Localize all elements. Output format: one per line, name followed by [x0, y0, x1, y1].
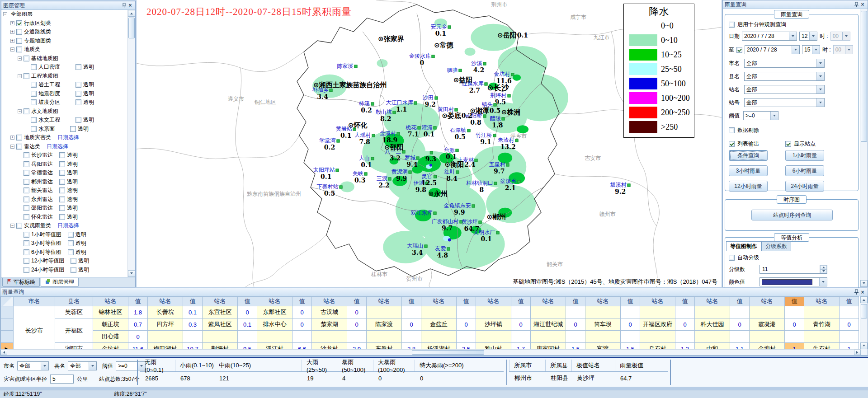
grid-header-county[interactable]: 县名 [55, 297, 93, 306]
layer-checkbox[interactable] [16, 135, 22, 140]
grid-cell-station[interactable] [750, 331, 785, 343]
hour-from-combo[interactable]: 12 [799, 32, 817, 41]
tree-item[interactable]: 人口密度透明 [1, 63, 135, 72]
grid-cell-station[interactable]: 锦林社区 [93, 306, 128, 318]
grid-cell-station[interactable] [804, 331, 840, 343]
grid-cell-station[interactable]: 长善垸 [148, 306, 183, 318]
tree-item[interactable]: 地震烈度透明 [1, 89, 135, 98]
grid-cell-station[interactable] [312, 331, 347, 343]
grid-header-value[interactable]: 值 [128, 297, 148, 306]
grid-cell-value[interactable] [730, 306, 750, 318]
collapse-icon[interactable]: − [18, 74, 22, 78]
transparent-checkbox[interactable] [59, 187, 65, 193]
close-icon[interactable]: × [859, 1, 866, 8]
combo-站号[interactable]: 全部 [744, 98, 825, 107]
grid-cell-value[interactable] [840, 331, 859, 343]
grid-cell-station[interactable] [421, 331, 457, 343]
tree-item[interactable]: −实况雨量类日期选择 [1, 221, 135, 230]
tree-item[interactable]: 坡度分区透明 [1, 98, 135, 107]
grid-cell-station[interactable]: 溪江村 [257, 343, 292, 350]
grid-cell-station[interactable]: 金塘村 [750, 343, 785, 350]
grid-corner[interactable] [1, 297, 14, 306]
layer-checkbox[interactable] [31, 91, 37, 97]
grid-header-value[interactable]: 值 [402, 297, 421, 306]
grid-cell-station[interactable] [695, 306, 730, 318]
grid-cell-station[interactable] [804, 306, 840, 318]
show-stations-row[interactable]: 显示站点 [785, 140, 816, 148]
grid-cell-value[interactable] [402, 306, 421, 318]
combo-市名[interactable]: 全部 [744, 59, 825, 68]
station-timeseries-button[interactable]: 站点时序列查询 [751, 210, 833, 220]
grid-cell-value[interactable] [238, 331, 257, 343]
transparent-checkbox[interactable] [59, 170, 65, 176]
grid-header-station[interactable]: 站名 [203, 297, 238, 306]
tree-item[interactable]: 1小时等值图透明 [1, 230, 135, 239]
layer-checkbox[interactable] [24, 170, 29, 176]
grid-header-station[interactable]: 站名 [695, 297, 730, 306]
date-select-link[interactable]: 日期选择 [57, 134, 79, 141]
grid-header-station[interactable]: 站名 [476, 297, 511, 306]
grid-cell-value[interactable] [621, 331, 640, 343]
grid-cell-value[interactable]: 1.7 [511, 343, 531, 350]
grid-header-station[interactable]: 站名 [585, 297, 621, 306]
tree-item[interactable]: 郴州雷达透明 [1, 178, 135, 187]
grid-cell-value[interactable] [511, 331, 531, 343]
grid-cell-station[interactable] [750, 306, 785, 318]
grid-row-selector[interactable] [1, 318, 14, 331]
date-to-combo[interactable]: 2020 / 7 / 28 [745, 45, 800, 54]
tree-item[interactable]: +专题地图类 [1, 37, 135, 46]
grid-cell-station[interactable]: 东郡社区 [257, 306, 292, 318]
grid-cell-station[interactable]: 乌石村 [640, 343, 675, 350]
tree-item[interactable]: 常德雷达透明 [1, 169, 135, 178]
map-canvas[interactable]: 遵义市铜仁地区黔东南苗族侗族自治州桂林市贺州市荆州市咸宁市九江市景德镇市鹰潭市萍… [137, 0, 722, 287]
grid-cell-value[interactable] [621, 306, 640, 318]
tree-item[interactable]: −地质类 [1, 45, 135, 54]
transparent-checkbox[interactable] [68, 232, 74, 238]
data-cull-checkbox[interactable] [729, 127, 735, 133]
grid-cell-station[interactable]: 沙龙村 [312, 343, 347, 350]
layer-checkbox[interactable] [24, 267, 29, 273]
button-6小时雨量[interactable]: 6小时雨量 [785, 165, 824, 176]
transparent-checkbox[interactable] [70, 126, 76, 132]
color-value-combo[interactable] [760, 277, 827, 286]
grid-cell-station[interactable]: 官渡 [585, 343, 621, 350]
transparent-checkbox[interactable] [75, 117, 81, 123]
grid-cell-station[interactable]: 楚家湖 [312, 318, 347, 331]
grid-cell-value[interactable] [675, 331, 695, 343]
tree-item[interactable]: 6小时等值图透明 [1, 248, 135, 257]
button-12小时雨量[interactable]: 12小时雨量 [729, 181, 768, 192]
grid-header-value[interactable]: 值 [840, 297, 859, 306]
transparent-checkbox[interactable] [59, 214, 65, 220]
date-to-checkbox[interactable] [736, 47, 742, 53]
transparent-checkbox[interactable] [59, 152, 65, 158]
grid-cell-station[interactable] [585, 306, 621, 318]
grid-cell-value[interactable]: 0 [675, 318, 695, 331]
grid-row-selector[interactable] [1, 331, 14, 343]
grid-cell-station[interactable]: 金盆丘 [421, 318, 457, 331]
grid-cell-station[interactable]: 湘江世纪城 [531, 318, 566, 331]
close-icon[interactable]: × [127, 2, 133, 9]
show-stations-checkbox[interactable] [785, 141, 791, 147]
transparent-checkbox[interactable] [75, 82, 81, 88]
button-1小时雨量[interactable]: 1小时雨量 [785, 150, 824, 161]
layer-checkbox[interactable] [24, 161, 29, 167]
collapse-icon[interactable]: − [10, 47, 14, 52]
grid-cell-value[interactable]: 2.8 [402, 343, 421, 350]
collapse-icon[interactable]: − [18, 56, 22, 61]
transparent-checkbox[interactable] [75, 91, 81, 97]
grid-cell-station[interactable] [476, 306, 511, 318]
pin-icon[interactable] [853, 1, 859, 8]
grid-header-station[interactable]: 站名 [312, 297, 347, 306]
tree-item[interactable]: 岩土工程透明 [1, 80, 135, 89]
grid-header-station[interactable]: 站名 [257, 297, 292, 306]
layer-checkbox[interactable] [31, 64, 37, 70]
grid-cell-station[interactable] [531, 306, 566, 318]
grid-cell-station[interactable]: 四方坪 [148, 318, 183, 331]
tree-item[interactable]: +行政区划类 [1, 19, 135, 28]
layer-checkbox[interactable] [31, 82, 37, 88]
grid-cell-value[interactable] [402, 331, 421, 343]
grid-cell-station[interactable]: 中和 [695, 343, 730, 350]
transparent-checkbox[interactable] [75, 99, 81, 105]
tab-分级系数[interactable]: 分级系数 [761, 241, 791, 251]
layer-checkbox[interactable] [24, 205, 29, 211]
